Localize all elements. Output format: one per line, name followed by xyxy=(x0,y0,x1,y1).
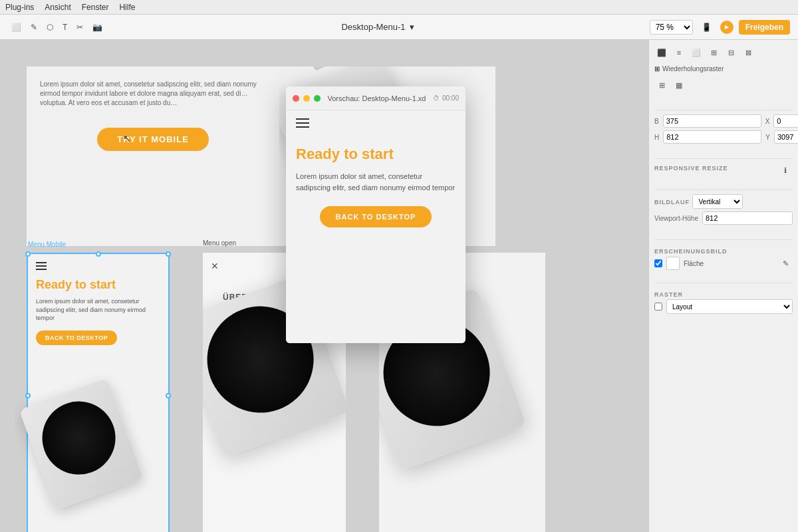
divider-4 xyxy=(654,239,793,240)
panel-icon-row-top: ⬛ ≡ ⬜ ⊞ ⊟ ⊠ xyxy=(654,45,793,60)
raster-section: RASTER Layout Quadrat xyxy=(654,287,793,314)
bildlauf-section: BILDLAUF Vertikal Horizontal Keine Viewp… xyxy=(654,194,793,227)
raster-row: Layout Quadrat xyxy=(654,299,793,314)
preview-ready-title: Ready to start xyxy=(296,146,456,163)
panel-align-left[interactable]: ⬛ xyxy=(654,45,669,60)
grid-icon-2[interactable]: ▦ xyxy=(672,78,686,92)
handle-tr xyxy=(166,251,171,257)
clock-icon: ⏱ xyxy=(433,94,440,102)
divider-5 xyxy=(654,283,793,283)
preview-modal-titlebar: Vorschau: Desktop-Menu-1.xd ⏱ 00:00 xyxy=(286,86,466,110)
menu-mobile-label: Menu Mobile xyxy=(28,241,66,248)
panel-distribute-v[interactable]: ⊟ xyxy=(724,45,738,60)
responsive-row: RESPONSIVE RESIZE ℹ xyxy=(654,163,793,178)
raster-title: RASTER xyxy=(654,291,683,298)
b-label: B xyxy=(654,118,659,125)
top-left-section: Lorem ipsum dolor sit amet, consetetur s… xyxy=(27,66,279,246)
play-button[interactable] xyxy=(720,21,733,34)
grid-icon-1[interactable]: ⊞ xyxy=(654,78,669,92)
toolbar-btn-1[interactable]: ⬜ xyxy=(8,21,25,34)
flache-checkbox[interactable] xyxy=(654,259,662,267)
lorem-text-top: Lorem ipsum dolor sit amet, consetetur s… xyxy=(40,80,266,108)
hy-row: H Y ↺ ⇄ xyxy=(654,130,793,144)
panel-distribute-h[interactable]: ⊞ xyxy=(706,45,721,60)
bx-row: B X 🔒 ⊡ xyxy=(654,114,793,128)
bildlauf-select[interactable]: Vertikal Horizontal Keine xyxy=(692,194,743,209)
erscheinungs-row: Fläche ✎ xyxy=(654,256,793,271)
traffic-light-yellow[interactable] xyxy=(303,95,310,102)
flache-label: Fläche xyxy=(684,260,704,267)
menu-mobile-artboard[interactable]: Menu Mobile Ready to start Lorem ipsum d… xyxy=(27,253,170,532)
responsive-info-icon[interactable]: ℹ xyxy=(778,163,793,178)
dimensions-section: B X 🔒 ⊡ H Y ↺ ⇄ xyxy=(654,114,793,146)
traffic-light-red[interactable] xyxy=(293,95,299,102)
b-input[interactable] xyxy=(663,114,761,128)
title-bar-center: Desktop-Menu-1 ▾ xyxy=(341,22,414,32)
wiederholungsraster-icons: ⊞ ▦ xyxy=(654,78,793,92)
preview-timer: ⏱ 00:00 xyxy=(433,94,459,102)
divider-2 xyxy=(654,158,793,159)
title-bar: ⬜ ✎ ⬡ T ✂ 📷 Desktop-Menu-1 ▾ 75 % 50 % 1… xyxy=(0,15,798,40)
preview-hamburger xyxy=(286,110,466,136)
hamburger-icon xyxy=(36,262,160,270)
traffic-light-green[interactable] xyxy=(314,95,321,102)
document-title: Desktop-Menu-1 xyxy=(341,22,405,32)
wiederholungsraster-icon: ⊞ xyxy=(654,65,660,72)
hamburger-lines[interactable] xyxy=(296,118,456,128)
zoom-select[interactable]: 75 % 50 % 100 % xyxy=(650,20,693,35)
flache-color-swatch[interactable] xyxy=(666,257,680,270)
menu-bar: Plug-ins Ansicht Fenster Hilfe xyxy=(0,0,798,15)
panel-align-center[interactable]: ≡ xyxy=(672,45,686,60)
divider-3 xyxy=(654,190,793,190)
preview-modal: Vorschau: Desktop-Menu-1.xd ⏱ 00:00 Read… xyxy=(286,86,466,343)
menu-fenster[interactable]: Fenster xyxy=(82,3,109,12)
title-bar-right: 75 % 50 % 100 % 📱 Freigeben xyxy=(650,20,790,35)
h-input[interactable] xyxy=(663,130,761,144)
toolbar-btn-4[interactable]: T xyxy=(59,21,70,34)
toolbar-btn-5[interactable]: ✂ xyxy=(73,21,86,34)
preview-modal-title: Vorschau: Desktop-Menu-1.xd xyxy=(325,94,429,102)
panel-align-right[interactable]: ⬜ xyxy=(689,45,704,60)
x-label: X xyxy=(765,118,770,125)
canvas-area[interactable]: Lorem ipsum dolor sit amet, consetetur s… xyxy=(0,40,648,532)
title-bar-left: ⬜ ✎ ⬡ T ✂ 📷 xyxy=(8,21,106,34)
toolbar-btn-3[interactable]: ⬡ xyxy=(43,21,57,34)
raster-checkbox[interactable] xyxy=(654,303,662,311)
right-panel: ⬛ ≡ ⬜ ⊞ ⊟ ⊠ ⊞ Wiederholungsraster ⊞ ▦ B xyxy=(648,40,798,532)
main-layout: Lorem ipsum dolor sit amet, consetetur s… xyxy=(0,40,798,532)
y-label: Y xyxy=(765,134,770,141)
y-input[interactable] xyxy=(774,130,798,144)
menu-hilfe[interactable]: Hilfe xyxy=(119,3,135,12)
watch-band-top xyxy=(293,66,345,71)
try-mobile-button[interactable]: TRY IT MOBILE xyxy=(97,128,209,151)
menu-ansicht[interactable]: Ansicht xyxy=(45,3,70,12)
handle-tl xyxy=(25,251,31,257)
toolbar-icons-left: ⬜ ✎ ⬡ T ✂ 📷 xyxy=(8,21,106,34)
timer-value: 00:00 xyxy=(442,94,459,102)
toolbar-btn-6[interactable]: 📷 xyxy=(89,21,106,34)
viewport-row: Viewport-Höhe xyxy=(654,211,793,225)
chevron-down-icon: ▾ xyxy=(410,22,414,32)
toolbar-btn-2[interactable]: ✎ xyxy=(27,21,41,34)
erscheinungs-edit-icon[interactable]: ✎ xyxy=(778,256,793,271)
erscheinungsbild-title: ERSCHEINUNGSBILD xyxy=(654,248,728,255)
freigeben-button[interactable]: Freigeben xyxy=(739,20,790,35)
watch-face-sm xyxy=(32,391,126,485)
erscheinungsbild-section: ERSCHEINUNGSBILD Fläche ✎ xyxy=(654,244,793,271)
wiederholungsraster-section: ⊞ Wiederholungsraster ⊞ ▦ xyxy=(654,65,793,98)
preview-lorem-text: Lorem ipsum dolor sit amet, consetetur s… xyxy=(296,171,456,193)
raster-select[interactable]: Layout Quadrat xyxy=(666,299,793,314)
ready-to-start-title: Ready to start xyxy=(36,278,160,292)
x-input[interactable] xyxy=(773,114,798,128)
device-preview-btn[interactable]: 📱 xyxy=(698,21,715,34)
cursor-arrow: ↖ xyxy=(123,133,131,144)
divider-1 xyxy=(654,110,793,110)
back-to-desktop-button-sm[interactable]: BACK TO DESKTOP xyxy=(36,331,117,345)
preview-back-to-desktop-button[interactable]: BACK TO DESKTOP xyxy=(320,206,432,227)
menu-plugins[interactable]: Plug-ins xyxy=(5,3,34,12)
panel-distribute-2[interactable]: ⊠ xyxy=(741,45,755,60)
menu-open-label: Menu open xyxy=(203,239,236,247)
wiederholungsraster-label: Wiederholungsraster xyxy=(662,65,724,72)
viewport-input[interactable] xyxy=(702,211,793,225)
viewport-label: Viewport-Höhe xyxy=(654,215,698,222)
